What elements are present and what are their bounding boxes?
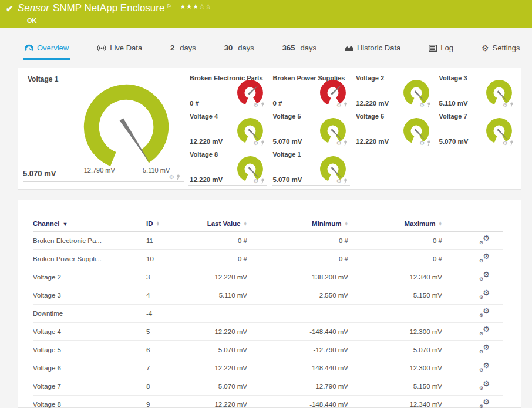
tab-2-days[interactable]: 2 days: [169, 40, 197, 60]
pin-icon[interactable]: [426, 102, 431, 108]
divider: [23, 181, 184, 182]
pin-icon[interactable]: [426, 140, 431, 146]
cell-last-value: 12.220 mV: [181, 323, 247, 341]
table-row[interactable]: Voltage 2 3 12.220 mV -138.200 mV 12.340…: [33, 268, 503, 286]
table-row[interactable]: Voltage 3 4 5.110 mV -2.550 mV 5.150 mV …: [33, 286, 503, 305]
cell-last-value: [181, 305, 247, 323]
gear-icon[interactable]: ⚙: [420, 140, 425, 146]
cell-channel[interactable]: Voltage 2: [33, 268, 146, 286]
table-row[interactable]: Broken Power Suppli... 10 0 # 0 # 0 # ⚙⚙: [33, 250, 503, 268]
small-gauge-cell[interactable]: Voltage 2 12.220 mV ⚙: [355, 73, 438, 111]
small-gauge-cell[interactable]: Voltage 5 5.070 mV ⚙: [272, 111, 355, 149]
pin-icon[interactable]: [343, 140, 348, 146]
tab-live-data[interactable]: Live Data: [96, 40, 143, 60]
cell-settings: ⚙⚙: [442, 359, 503, 377]
primary-gauge-cell[interactable]: Voltage 1 -12.790 mV 5.110 mV 5.070 mV ⚙: [18, 68, 188, 189]
cell-settings: ⚙⚙: [442, 250, 503, 268]
small-gauge-cell[interactable]: Broken Electronic Parts 0 # ⚙: [188, 73, 272, 111]
small-gauge-cell[interactable]: Voltage 4 12.220 mV ⚙: [188, 111, 272, 149]
cell-channel[interactable]: Voltage 5: [33, 341, 146, 359]
priority-stars[interactable]: ★★★☆☆: [180, 3, 211, 10]
table-row[interactable]: Voltage 5 6 5.070 mV -12.790 mV 5.070 mV…: [33, 341, 503, 359]
table-row[interactable]: Voltage 4 5 12.220 mV -148.440 mV 12.300…: [33, 323, 503, 341]
cell-channel[interactable]: Voltage 4: [33, 323, 146, 341]
gear-icon[interactable]: ⚙: [336, 178, 342, 184]
cell-channel[interactable]: Broken Electronic Pa...: [33, 232, 146, 250]
channel-settings-icon[interactable]: ⚙⚙: [479, 254, 490, 262]
pin-icon[interactable]: [260, 178, 265, 184]
small-gauge-cell[interactable]: Broken Power Supplies 0 # ⚙: [272, 73, 355, 111]
channel-settings-icon[interactable]: ⚙⚙: [479, 382, 490, 390]
cell-last-value: 0 #: [181, 250, 247, 268]
cell-channel[interactable]: Broken Power Suppli...: [33, 250, 146, 268]
tab-log[interactable]: Log: [427, 40, 454, 60]
gauge-value: 5.070 mV: [23, 169, 56, 178]
column-header-maximum[interactable]: Maximum▲▼: [348, 217, 442, 232]
small-gauge-cell[interactable]: Voltage 6 12.220 mV ⚙: [355, 111, 438, 149]
divider: [438, 147, 517, 147]
tab-overview[interactable]: Overview: [23, 40, 70, 60]
gear-icon[interactable]: ⚙: [254, 102, 259, 108]
cell-channel[interactable]: Voltage 3: [33, 286, 146, 305]
column-header-minimum[interactable]: Minimum▲▼: [247, 217, 348, 232]
cell-channel[interactable]: Voltage 8: [33, 396, 146, 408]
gear-icon[interactable]: ⚙: [169, 174, 174, 180]
gear-icon[interactable]: ⚙: [254, 178, 259, 184]
gear-icon[interactable]: ⚙: [420, 102, 425, 108]
tab-30-days[interactable]: 30 days: [223, 40, 255, 60]
sensor-name[interactable]: SNMP NetApp Enclosure: [53, 2, 165, 14]
pin-icon[interactable]: [509, 102, 514, 108]
gear-icon[interactable]: ⚙: [336, 102, 342, 108]
channel-settings-icon[interactable]: ⚙⚙: [479, 327, 490, 335]
table-row[interactable]: Broken Electronic Pa... 11 0 # 0 # 0 # ⚙…: [33, 232, 503, 250]
gear-icon[interactable]: ⚙: [336, 140, 342, 146]
log-icon: [429, 45, 437, 52]
flag-icon[interactable]: ⚐: [166, 3, 171, 9]
column-header-id[interactable]: ID▲▼: [146, 217, 181, 232]
divider: [355, 147, 433, 147]
small-gauge-cell[interactable]: Voltage 8 12.220 mV ⚙: [188, 149, 272, 187]
gear-icon[interactable]: ⚙: [254, 140, 259, 146]
cell-channel[interactable]: Voltage 7: [33, 377, 146, 396]
column-header-last-value[interactable]: Last Value▲▼: [181, 217, 247, 232]
divider: [188, 109, 267, 109]
table-header-row: Channel▼ ID▲▼ Last Value▲▼ Minimum▲▼ Max…: [33, 217, 503, 232]
channel-settings-icon[interactable]: ⚙⚙: [479, 345, 490, 353]
channel-settings-icon[interactable]: ⚙⚙: [479, 309, 490, 317]
table-row[interactable]: Voltage 6 7 12.220 mV -148.440 mV 12.300…: [33, 359, 503, 377]
gear-icon[interactable]: ⚙: [503, 140, 508, 146]
channel-settings-icon[interactable]: ⚙⚙: [479, 236, 490, 244]
channel-settings-icon[interactable]: ⚙⚙: [479, 272, 490, 281]
primary-gauge[interactable]: [82, 82, 171, 171]
tab-historic-data[interactable]: Historic Data: [344, 40, 402, 60]
pin-icon[interactable]: [176, 174, 180, 180]
divider: [272, 185, 351, 186]
chart-icon: [345, 44, 353, 52]
pin-icon[interactable]: [343, 178, 348, 184]
table-row[interactable]: Voltage 7 8 5.070 mV -12.790 mV 5.150 mV…: [33, 377, 503, 396]
table-row[interactable]: Downtime -4 ⚙⚙: [33, 305, 503, 323]
channel-settings-icon[interactable]: ⚙⚙: [479, 363, 490, 372]
cell-last-value: 12.220 mV: [181, 268, 247, 286]
small-gauge-cell[interactable]: Voltage 7 5.070 mV ⚙: [438, 111, 521, 149]
channel-settings-icon[interactable]: ⚙⚙: [479, 400, 490, 408]
prtg-sensor-page: ✔ SensorSNMP NetApp Enclosure⚐★★★☆☆ OK O…: [0, 0, 532, 408]
cell-channel[interactable]: Voltage 6: [33, 359, 146, 377]
pin-icon[interactable]: [343, 102, 348, 108]
pin-icon[interactable]: [260, 140, 265, 146]
tab-settings[interactable]: ⚙ Settings: [480, 40, 521, 60]
cell-channel[interactable]: Downtime: [33, 305, 146, 323]
small-gauge-cell[interactable]: Voltage 1 5.070 mV ⚙: [272, 149, 355, 187]
pin-icon[interactable]: [260, 102, 265, 108]
cell-maximum: 12.300 mV: [348, 323, 442, 341]
cell-id: 8: [146, 377, 181, 396]
small-gauge-cell[interactable]: Voltage 3 5.110 mV ⚙: [438, 73, 521, 111]
column-header-channel[interactable]: Channel▼: [33, 217, 146, 232]
gear-icon[interactable]: ⚙: [503, 102, 508, 108]
tab-number: 365: [282, 43, 295, 52]
tab-365-days[interactable]: 365 days: [281, 40, 318, 60]
table-row[interactable]: Voltage 8 9 12.220 mV -148.440 mV 12.340…: [33, 396, 503, 408]
channel-settings-icon[interactable]: ⚙⚙: [479, 291, 490, 299]
tab-label: Overview: [37, 43, 69, 52]
pin-icon[interactable]: [509, 140, 514, 146]
